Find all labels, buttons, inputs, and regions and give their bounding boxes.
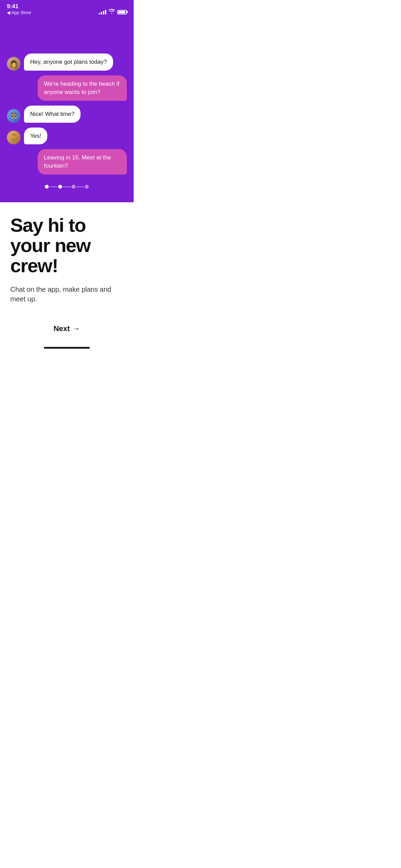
subtext: Chat on the app, make plans and meet up. bbox=[10, 285, 123, 304]
status-left: 9:41 ◀ App Store bbox=[7, 3, 31, 15]
message-bubble: Yes! bbox=[24, 128, 47, 145]
headline: Say hi to your new crew! bbox=[10, 215, 123, 276]
status-bar: 9:41 ◀ App Store bbox=[0, 0, 134, 17]
message-row: 👩 Hey, anyone got plans today? bbox=[7, 53, 127, 71]
message-bubble: We're heading to the beach if anyone wan… bbox=[38, 75, 127, 101]
indicator-dot-2[interactable] bbox=[58, 185, 62, 189]
wifi-icon bbox=[109, 9, 115, 15]
page-indicators bbox=[0, 178, 134, 192]
app-store-back[interactable]: ◀ App Store bbox=[7, 10, 31, 15]
status-time: 9:41 bbox=[7, 3, 19, 10]
indicator-line bbox=[49, 186, 58, 187]
battery-icon bbox=[117, 10, 127, 14]
avatar: 🧍 bbox=[7, 131, 21, 144]
indicator-line bbox=[76, 186, 84, 187]
message-bubble: Nice! What time? bbox=[24, 106, 81, 123]
message-row: 🧍 Yes! bbox=[7, 128, 127, 145]
next-button[interactable]: Next → bbox=[10, 321, 123, 337]
message-row: 👯 Nice! What time? bbox=[7, 106, 127, 123]
home-indicator bbox=[44, 347, 90, 349]
message-row: We're heading to the beach if anyone wan… bbox=[7, 75, 127, 101]
message-row: Leaving in 15. Meet at the fountain? bbox=[7, 149, 127, 174]
message-bubble: Leaving in 15. Meet at the fountain? bbox=[38, 149, 127, 174]
signal-icon bbox=[99, 10, 106, 14]
content-section: Say hi to your new crew! Chat on the app… bbox=[0, 202, 134, 351]
message-bubble: Hey, anyone got plans today? bbox=[24, 53, 113, 71]
next-label: Next bbox=[53, 324, 70, 333]
avatar: 👩 bbox=[7, 57, 21, 71]
arrow-icon: → bbox=[73, 324, 80, 333]
indicator-dot-3[interactable] bbox=[72, 185, 75, 189]
status-icons bbox=[99, 9, 127, 15]
indicator-line bbox=[63, 186, 71, 187]
indicator-dot-1[interactable] bbox=[45, 185, 49, 189]
indicator-dot-4[interactable] bbox=[85, 185, 89, 189]
chat-area: 👩 Hey, anyone got plans today? We're hea… bbox=[0, 17, 134, 178]
chat-section: 👩 Hey, anyone got plans today? We're hea… bbox=[0, 17, 134, 202]
screen: 9:41 ◀ App Store 👩 bbox=[0, 0, 134, 351]
avatar: 👯 bbox=[7, 109, 21, 123]
